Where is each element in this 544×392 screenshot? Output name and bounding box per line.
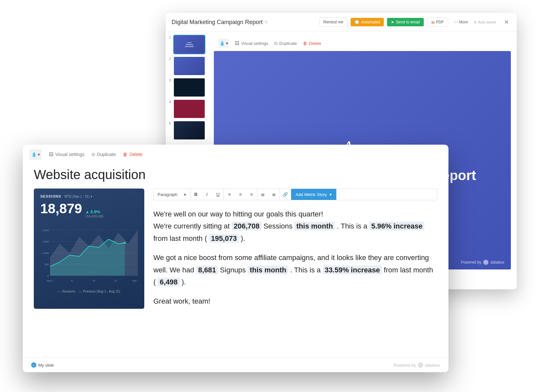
duplicate-button[interactable]: ⧉Duplicate	[92, 152, 116, 157]
bold-button[interactable]: B	[190, 189, 201, 200]
chevron-down-icon: ▾	[91, 195, 92, 198]
automated-button[interactable]: 🕓Automated	[351, 18, 384, 26]
sessions-label: SESSIONS	[40, 194, 61, 198]
svg-text:15: 15	[93, 279, 96, 282]
more-menu[interactable]: ⋯More	[451, 20, 471, 24]
pdf-button[interactable]: ▤PDF	[427, 18, 448, 27]
chevron-down-icon: ▾	[330, 192, 332, 197]
align-left-button[interactable]: ≡	[224, 189, 235, 200]
metric-chip-prev-sessions[interactable]: 195,073	[209, 234, 239, 243]
svg-text:0: 0	[47, 274, 49, 277]
sessions-value: 18,879	[40, 201, 82, 216]
databox-logo-icon: ⬡	[418, 362, 423, 368]
image-icon: 🖼	[49, 152, 53, 157]
thumbnail-5[interactable]: 5	[169, 121, 205, 139]
databox-logo-icon: ⬡	[483, 260, 488, 265]
duplicate-button[interactable]: ⧉Duplicate	[274, 41, 297, 46]
copy-icon: ⧉	[92, 152, 95, 157]
send-to-email-button[interactable]: ➤Send to email	[387, 18, 423, 26]
story-text-area[interactable]: We're well on our way to hitting our goa…	[153, 208, 437, 307]
pdf-icon: ▤	[431, 20, 434, 24]
link-button[interactable]: 🔗	[280, 189, 291, 200]
visual-settings-button[interactable]: 🖼Visual settings	[49, 152, 84, 157]
svg-text:Sep 1: Sep 1	[47, 279, 54, 282]
thumbnail-1[interactable]: 1 AcmeMarketingpresentation	[169, 35, 205, 54]
clock-icon: 🕓	[355, 20, 359, 24]
slide-badge-icon: ⬡	[31, 362, 36, 368]
trash-icon: 🗑	[303, 41, 307, 46]
svg-text:2,000: 2,000	[42, 229, 49, 232]
my-slide-label: ⬡ My slide	[31, 362, 54, 368]
slide-footer: Powered by ⬡ databox	[461, 260, 504, 265]
metric-chip-signups[interactable]: 8,681	[196, 266, 218, 274]
svg-text:1,500: 1,500	[42, 240, 49, 243]
chevron-down-icon: ▾	[38, 152, 40, 157]
svg-text:8: 8	[71, 279, 73, 282]
powered-by: Powered by ⬡ databox	[394, 362, 440, 368]
sessions-prev-value: (14,420.00)	[85, 214, 103, 218]
slide-editor-toolbar: 💧▾ 🖼Visual settings ⧉Duplicate 🗑Delete	[23, 145, 448, 164]
italic-button[interactable]: I	[201, 189, 213, 200]
autosave-status: ⊘Auto saved	[474, 20, 496, 24]
svg-point-10	[124, 242, 126, 244]
svg-text:1,000: 1,000	[42, 252, 49, 255]
delete-button[interactable]: 🗑Delete	[123, 152, 142, 157]
chevron-down-icon: ▾	[226, 41, 228, 46]
header-bar: Digital Marketing Campaign Report ✎ Remi…	[166, 13, 517, 32]
metric-chip-sessions[interactable]: 206,708	[232, 222, 262, 230]
sessions-change-pct: ▲8.9%	[85, 209, 103, 214]
chart-legend: — Sessions — Previous (Aug 1 - Aug 31)	[40, 290, 138, 293]
thumbnail-2[interactable]: 2	[169, 57, 205, 75]
droplet-icon: 💧	[219, 41, 225, 46]
droplet-icon: 💧	[31, 152, 37, 157]
image-icon: 🖼	[235, 41, 239, 46]
close-button[interactable]: ✕	[502, 18, 511, 27]
metric-chip-increase[interactable]: 33.59% increase	[323, 266, 382, 274]
slide-toolbar: 💧▾ 🖼Visual settings ⧉Duplicate 🗑Delete	[214, 35, 511, 51]
trash-icon: 🗑	[123, 152, 127, 157]
send-icon: ➤	[391, 20, 394, 24]
chevron-down-icon: ▾	[184, 192, 186, 197]
svg-text:22: 22	[114, 279, 117, 282]
page-title: Website acquisition	[34, 167, 437, 182]
metric-chip-increase[interactable]: 5.96% increase	[369, 222, 424, 230]
metric-chip-period[interactable]: this month	[294, 222, 335, 230]
underline-button[interactable]: U	[213, 189, 224, 200]
slide-editor-window: 💧▾ 🖼Visual settings ⧉Duplicate 🗑Delete W…	[23, 145, 448, 372]
date-range-dropdown[interactable]: MTD (Sep 1 - 31)▾	[64, 195, 92, 198]
ordered-list-button[interactable]: ≣	[257, 189, 268, 200]
svg-text:500: 500	[45, 263, 49, 266]
title-text: Digital Marketing Campaign Report	[172, 19, 263, 26]
copy-icon: ⧉	[274, 41, 278, 46]
thumbnail-4[interactable]: 4	[169, 100, 205, 118]
slide-footer-bar: ⬡ My slide Powered by ⬡ databox	[23, 358, 448, 372]
metric-chip-prev-signups[interactable]: 6,498	[158, 278, 179, 286]
paragraph-style-select[interactable]: Paragraph▾	[154, 189, 190, 200]
color-theme-dropdown[interactable]: 💧▾	[218, 39, 229, 48]
delete-button[interactable]: 🗑Delete	[303, 41, 321, 46]
add-metric-story-button[interactable]: Add Metric Story▾	[291, 189, 336, 200]
remind-me-button[interactable]: Remind me	[319, 18, 347, 27]
sessions-chart: 2,000 1,500 1,000 500 0	[40, 222, 138, 287]
unordered-list-button[interactable]: ≣	[268, 189, 279, 200]
align-right-button[interactable]: ≡	[246, 189, 257, 200]
up-arrow-icon: ▲	[85, 209, 89, 214]
thumbnail-3[interactable]: 3	[169, 78, 205, 97]
svg-text:Sep 31: Sep 31	[132, 279, 138, 282]
metric-chip-period[interactable]: this month	[248, 266, 288, 274]
more-dots-icon: ⋯	[454, 20, 458, 24]
align-center-button[interactable]: ≡	[235, 189, 246, 200]
sessions-metric-card: SESSIONS MTD (Sep 1 - 31)▾ 18,879 ▲8.9% …	[34, 189, 144, 309]
check-circle-icon: ⊘	[474, 20, 477, 24]
edit-title-icon[interactable]: ✎	[265, 20, 268, 25]
color-theme-dropdown[interactable]: 💧▾	[29, 149, 42, 160]
visual-settings-button[interactable]: 🖼Visual settings	[235, 41, 268, 46]
rich-text-toolbar: Paragraph▾ B I U ≡ ≡ ≡ ≣ ≣ 🔗 Add Metric …	[153, 189, 437, 200]
report-title: Digital Marketing Campaign Report ✎	[172, 19, 268, 26]
